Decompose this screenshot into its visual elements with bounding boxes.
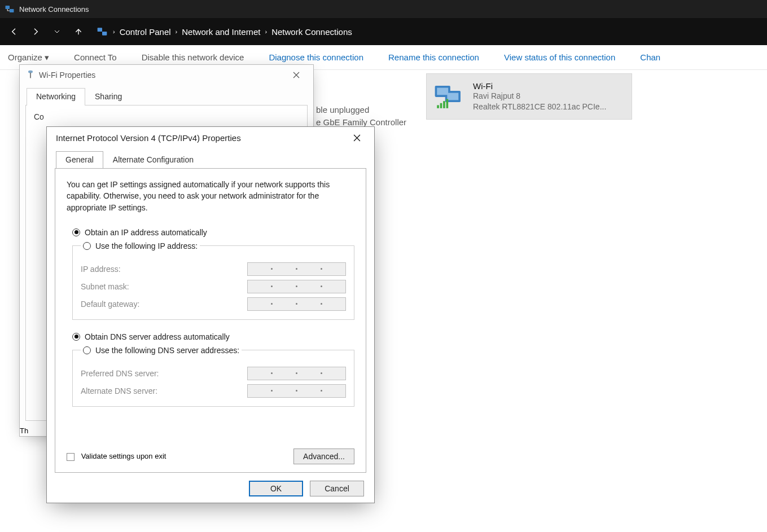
svg-rect-2 [98, 28, 102, 32]
history-dropdown-button[interactable] [49, 23, 65, 40]
tab-general[interactable]: General [56, 151, 103, 169]
ipv4-dialog-titlebar[interactable]: Internet Protocol Version 4 (TCP/IPv4) P… [47, 127, 374, 148]
wifi-tabs: Networking Sharing [20, 87, 313, 105]
breadcrumb-root[interactable]: Control Panel [120, 27, 171, 37]
breadcrumb-leaf[interactable]: Network Connections [271, 27, 352, 37]
cmd-view-status[interactable]: View status of this connection [504, 52, 615, 62]
radio-obtain-ip-auto[interactable]: Obtain an IP address automatically [72, 228, 354, 237]
tab-alternate-configuration[interactable]: Alternate Configuration [103, 151, 203, 169]
radio-label: Obtain an IP address automatically [85, 228, 207, 237]
group-static-dns: Use the following DNS server addresses: … [72, 346, 354, 407]
behind-text-unplugged: ble unplugged [316, 105, 369, 115]
adapter-name: Wi-Fi [473, 81, 606, 91]
dialog-ipv4-properties[interactable]: Internet Protocol Version 4 (TCP/IPv4) P… [46, 126, 375, 503]
window-titlebar: Network Connections [0, 0, 767, 18]
checkbox-icon [67, 453, 74, 461]
svg-rect-3 [102, 32, 107, 36]
chevron-right-icon: › [176, 28, 178, 35]
radio-icon [72, 228, 80, 236]
cmd-disable-device[interactable]: Disable this network device [142, 52, 244, 62]
radio-icon [72, 333, 80, 341]
svg-rect-10 [443, 101, 445, 108]
label-preferred-dns: Preferred DNS server: [81, 369, 159, 378]
cmd-change-truncated[interactable]: Chan [640, 52, 660, 62]
up-button[interactable] [70, 23, 87, 40]
wifi-dialog-title: Wi-Fi Properties [39, 71, 95, 80]
network-connections-icon [5, 4, 15, 14]
main-area: ble unplugged e GbE Family Controller Wi… [0, 70, 767, 532]
radio-obtain-dns-auto[interactable]: Obtain DNS server address automatically [72, 332, 354, 341]
radio-use-following-ip[interactable]: Use the following IP address: [81, 241, 200, 250]
wifi-adapter-icon [432, 80, 466, 113]
radio-label: Use the following DNS server addresses: [95, 346, 239, 355]
cmd-organize[interactable]: Organize ▾ [8, 52, 49, 63]
svg-rect-11 [446, 99, 449, 108]
input-subnet-mask[interactable] [247, 280, 346, 293]
svg-rect-9 [440, 103, 442, 108]
close-button[interactable] [285, 67, 308, 83]
cmd-diagnose[interactable]: Diagnose this connection [269, 52, 363, 62]
control-panel-icon [96, 25, 108, 38]
ipv4-dialog-body: You can get IP settings assigned automat… [55, 168, 366, 473]
ipv4-description: You can get IP settings assigned automat… [67, 179, 354, 213]
adapter-device: Realtek RTL8821CE 802.11ac PCIe... [473, 102, 606, 112]
chevron-right-icon: › [265, 28, 267, 35]
input-ip-address[interactable] [247, 262, 346, 276]
ipv4-dialog-title: Internet Protocol Version 4 (TCP/IPv4) P… [56, 133, 241, 143]
adapter-text: Wi-Fi Ravi Rajput 8 Realtek RTL8821CE 80… [473, 81, 606, 112]
input-preferred-dns[interactable] [247, 367, 346, 380]
close-button[interactable] [345, 130, 369, 146]
svg-rect-8 [437, 105, 439, 108]
ipv4-tabs: General Alternate Configuration [47, 151, 374, 168]
breadcrumb-mid[interactable]: Network and Internet [182, 27, 260, 37]
input-default-gateway[interactable] [247, 297, 346, 311]
wifi-dialog-titlebar[interactable]: Wi-Fi Properties [20, 65, 313, 85]
checkbox-validate-on-exit[interactable]: Validate settings upon exit [67, 452, 166, 461]
adapter-ssid: Ravi Rajput 8 [473, 91, 606, 102]
breadcrumb: › Control Panel › Network and Internet ›… [91, 25, 352, 38]
cmd-connect-to[interactable]: Connect To [74, 52, 117, 62]
behind-text-controller: e GbE Family Controller [316, 117, 406, 127]
advanced-button[interactable]: Advanced... [293, 449, 354, 464]
address-bar: › Control Panel › Network and Internet ›… [0, 18, 767, 45]
back-button[interactable] [6, 23, 23, 40]
label-alternate-dns: Alternate DNS server: [81, 386, 157, 395]
forward-button[interactable] [27, 23, 44, 40]
svg-rect-6 [437, 88, 448, 95]
svg-rect-0 [6, 6, 10, 9]
group-static-ip: Use the following IP address: IP address… [72, 241, 354, 320]
svg-rect-7 [447, 93, 458, 100]
adapter-tile-wifi[interactable]: Wi-Fi Ravi Rajput 8 Realtek RTL8821CE 80… [426, 73, 632, 120]
cmd-rename[interactable]: Rename this connection [388, 52, 479, 62]
input-alternate-dns[interactable] [247, 384, 346, 398]
radio-use-following-dns[interactable]: Use the following DNS server addresses: [81, 346, 242, 355]
network-adapter-icon [27, 70, 34, 81]
label-subnet-mask: Subnet mask: [81, 282, 129, 291]
label-default-gateway: Default gateway: [81, 300, 139, 309]
svg-rect-1 [10, 9, 14, 12]
svg-rect-13 [30, 72, 31, 78]
ok-button[interactable]: OK [249, 481, 303, 496]
cancel-button[interactable]: Cancel [310, 481, 364, 496]
radio-label: Obtain DNS server address automatically [85, 332, 230, 341]
label-ip-address: IP address: [81, 265, 121, 274]
chevron-right-icon: › [113, 28, 115, 35]
tab-networking[interactable]: Networking [27, 88, 85, 105]
validate-label: Validate settings upon exit [81, 452, 166, 460]
radio-label: Use the following IP address: [95, 241, 198, 250]
connect-using-label: Co [34, 112, 299, 121]
radio-icon [83, 346, 91, 354]
tab-sharing[interactable]: Sharing [85, 88, 132, 105]
radio-icon [83, 242, 91, 250]
window-title: Network Connections [19, 5, 89, 14]
